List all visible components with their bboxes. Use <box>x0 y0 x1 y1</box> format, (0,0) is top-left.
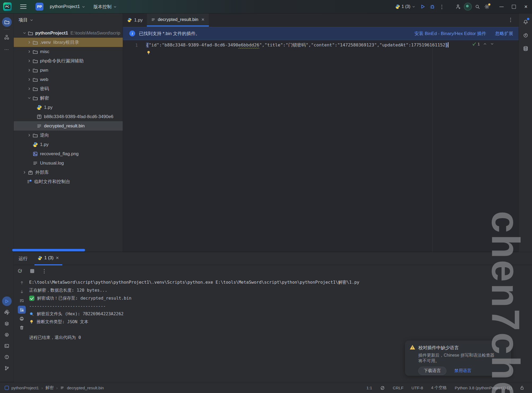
tree-row-misc[interactable]: misc <box>14 47 123 56</box>
run-more-options-button[interactable]: ⋮ <box>40 267 48 275</box>
window-maximize-button[interactable] <box>508 0 520 13</box>
run-tab-close-icon[interactable]: ✕ <box>56 256 59 260</box>
breadcrumb-project[interactable]: pythonProject1 <box>11 386 39 390</box>
structure-tool-button[interactable] <box>2 32 12 42</box>
tree-row-recovered-flag[interactable]: recovered_flag.png <box>14 149 123 158</box>
ignore-extension-link[interactable]: 忽略扩展 <box>495 31 513 37</box>
install-plugin-link[interactable]: 安装 BinEd - Binary/Hex Editor 插件 <box>415 31 486 37</box>
prev-problem-icon[interactable] <box>483 42 487 46</box>
tree-row-php[interactable]: php命令执行漏洞辅助 <box>14 56 123 66</box>
git-tool-button[interactable] <box>2 363 12 373</box>
services-tool-button[interactable] <box>2 319 12 328</box>
tree-row-b88c-file[interactable]: b88c3348-9389-4fad-8cd6-3490e6 <box>14 112 123 121</box>
editor-area: 1.py decrypted_result.bin ✕ ⋮ i 已找到支持 *.… <box>123 14 518 252</box>
soft-wrap-button[interactable] <box>18 297 26 305</box>
download-language-button[interactable]: 下载语言 <box>418 367 446 375</box>
code-with-me-button[interactable] <box>454 2 463 11</box>
tree-row-project-root[interactable]: pythonProject1 E:\tools\MetaSword\scrip <box>14 28 123 38</box>
more-tools-button[interactable]: … <box>2 44 12 53</box>
window-minimize-button[interactable]: — <box>495 0 508 13</box>
vcs-widget[interactable]: 版本控制 <box>93 4 117 10</box>
tree-row-venv[interactable]: .venv library根目录 <box>14 38 123 47</box>
indent-widget[interactable]: 4 个空格 <box>427 382 451 393</box>
next-problem-icon[interactable] <box>490 42 494 46</box>
python-console-button[interactable] <box>2 308 12 317</box>
inspections-widget[interactable]: 1 <box>472 42 494 46</box>
stripe-divider <box>4 29 10 30</box>
run-toolbar: ⋮ <box>16 267 48 275</box>
settings-button[interactable] <box>482 2 492 11</box>
stop-button[interactable] <box>28 267 36 275</box>
rerun-button[interactable] <box>16 267 24 275</box>
run-button[interactable] <box>418 2 428 11</box>
folder-icon <box>33 49 38 54</box>
git-branch-icon <box>4 366 9 371</box>
breadcrumb-folder[interactable]: 解密 <box>45 385 54 391</box>
tab-close-icon[interactable]: ✕ <box>201 17 205 22</box>
tab-decrypted-result[interactable]: decrypted_result.bin ✕ <box>147 14 209 27</box>
highlighting-level-widget[interactable] <box>376 382 389 393</box>
project-switcher[interactable]: pythonProject1 <box>50 4 85 9</box>
tree-row-1py-decrypt[interactable]: 1.py <box>14 103 123 112</box>
main-menu-icon[interactable] <box>20 5 27 9</box>
notification-dot <box>527 18 529 20</box>
arrow-down-icon <box>20 290 24 294</box>
tree-row-decrypt-folder[interactable]: 解密 <box>14 93 123 103</box>
scroll-down-button[interactable] <box>18 288 26 296</box>
console-line: 正在解密，数据总长度: 120 bytes... <box>29 287 527 295</box>
tab-1py[interactable]: 1.py <box>123 14 147 27</box>
tree-row-1py-root[interactable]: 1.py <box>14 140 123 149</box>
scroll-to-end-icon <box>19 307 24 312</box>
run-configuration-selector[interactable]: 1 (3) <box>395 4 415 9</box>
intention-bulb[interactable] <box>146 50 151 55</box>
line-separator-widget[interactable]: CRLF <box>389 382 407 393</box>
run-tool-button[interactable] <box>2 296 12 306</box>
scroll-up-button[interactable] <box>18 279 26 287</box>
run-tool-label[interactable]: 运行 <box>19 256 28 262</box>
tab-options-button[interactable]: ⋮ <box>508 17 513 23</box>
notifications-button[interactable] <box>521 17 530 27</box>
ai-assistant-button[interactable] <box>521 31 530 40</box>
tree-row-decrypted-result[interactable]: decrypted_result.bin <box>14 121 123 131</box>
encoding-widget[interactable]: UTF-8 <box>407 382 427 393</box>
editor-content[interactable]: 1 {"id":"b88c3348-9389-4fad-8cd6-3490e6b… <box>123 40 518 252</box>
warning-icon: ! <box>410 345 415 349</box>
rerun-icon <box>17 268 23 274</box>
plugin-suggestion-banner: i 已找到支持 *.bin 文件的插件。 安装 BinEd - Binary/H… <box>123 27 518 40</box>
window-close-button[interactable]: ✕ <box>520 0 532 13</box>
python-icon <box>33 142 38 147</box>
run-anything-button[interactable] <box>2 330 12 339</box>
tree-row-web[interactable]: web <box>14 75 123 84</box>
run-tab-1-3[interactable]: 1 (3) ✕ <box>34 252 62 265</box>
tree-row-scratches[interactable]: 临时文件和控制台 <box>14 177 123 186</box>
tree-row-pwn[interactable]: pwn <box>14 66 123 75</box>
chevron-right-icon <box>27 87 31 91</box>
panel-resize-indicator[interactable] <box>12 249 85 251</box>
clear-console-button[interactable] <box>18 324 26 332</box>
search-everywhere-button[interactable] <box>473 2 482 11</box>
chevron-down-icon[interactable] <box>30 18 33 22</box>
arrow-up-icon <box>20 280 24 285</box>
profile-avatar[interactable] <box>463 2 473 11</box>
project-tool-button[interactable] <box>2 17 12 27</box>
run-console[interactable]: E:\tools\MetaSword\script\python\pythonP… <box>29 279 527 342</box>
tree-row-unusual-log[interactable]: Unusual.log <box>14 158 123 168</box>
problems-tool-button[interactable] <box>2 352 12 362</box>
breadcrumb-file[interactable]: decrypted_result.bin <box>67 386 104 390</box>
chevron-right-icon <box>27 133 31 137</box>
more-actions-button[interactable]: ⋮ <box>437 2 447 11</box>
interpreter-widget[interactable]: Python 3.8 (pythonProject1) (2) <box>451 382 516 393</box>
tree-row-external-libraries[interactable]: 外部库 <box>14 168 123 177</box>
print-button[interactable] <box>18 315 26 323</box>
tree-row-password[interactable]: 密码 <box>14 84 123 93</box>
settings-notification-dot <box>488 3 490 6</box>
caret-position-widget[interactable]: 1:1 <box>362 382 376 393</box>
readonly-toggle[interactable] <box>516 382 528 393</box>
tree-row-reverse-folder[interactable]: 逆向 <box>14 131 123 140</box>
terminal-tool-button[interactable] <box>2 341 12 351</box>
database-tool-button[interactable] <box>521 44 530 53</box>
disable-language-link[interactable]: 禁用语言 <box>454 368 471 374</box>
debug-button[interactable] <box>428 2 437 11</box>
scratch-files-icon <box>27 179 32 184</box>
scroll-to-end-button[interactable] <box>18 306 26 314</box>
